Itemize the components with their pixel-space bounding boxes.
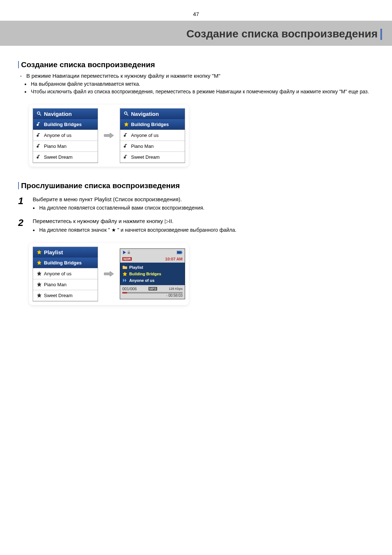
list-item: Building Bridges xyxy=(33,258,98,268)
star-icon xyxy=(124,122,129,127)
list-item-label: Anyone of us xyxy=(44,271,72,276)
svg-rect-6 xyxy=(181,252,182,253)
list-item: Sweet Dream xyxy=(33,152,98,163)
step-main-text: Выберите в меню пункт Playlist (Список в… xyxy=(33,195,374,204)
device-screen-player: NOR 10:07 AM Playlist Building Bridges A… xyxy=(120,248,185,299)
page-title-bar: Создание списка воспроизведения| xyxy=(0,21,392,46)
screen-header: Playlist xyxy=(33,247,98,258)
step-number: 1 xyxy=(18,195,27,212)
player-list-label: Playlist xyxy=(129,265,143,270)
list-item-label: Building Bridges xyxy=(131,122,169,127)
svg-point-2 xyxy=(124,112,127,114)
forward-icon xyxy=(122,278,127,283)
music-note-icon xyxy=(37,154,42,159)
svg-point-0 xyxy=(37,112,40,114)
title-separator: | xyxy=(379,26,383,40)
instruction-text: - В режиме Навигации переместитесь к нуж… xyxy=(24,72,374,80)
list-item-label: Piano Man xyxy=(44,282,66,287)
section-heading-create: Создание списка воспроизведения xyxy=(18,60,374,69)
svg-rect-7 xyxy=(177,251,181,254)
list-item-label: Building Bridges xyxy=(44,122,82,127)
player-track-label: Anyone of us xyxy=(129,278,155,283)
arrow-right-icon xyxy=(103,270,114,278)
step-main-text: Переместитесь к нужному файлу и нажмите … xyxy=(33,217,374,226)
list-item: Piano Man xyxy=(120,141,185,152)
music-note-icon xyxy=(37,133,42,138)
step-number: 2 xyxy=(18,217,27,234)
star-icon xyxy=(122,271,127,276)
music-note-icon xyxy=(37,143,42,149)
list-item: Anyone of us xyxy=(33,268,98,279)
player-bottom-bar: 001/006 MP3 128 Kbps - 00:58:03 xyxy=(120,285,185,299)
list-item: Piano Man xyxy=(33,279,98,290)
music-note-icon xyxy=(124,133,129,138)
play-icon xyxy=(122,250,127,255)
list-item-label: Anyone of us xyxy=(131,133,159,138)
screen-header: Navigation xyxy=(120,109,185,119)
list-item-label: Piano Man xyxy=(131,143,154,149)
time-remaining: - 00:58:03 xyxy=(122,293,183,297)
list-item-label: Anyone of us xyxy=(44,133,72,138)
clock-time: 10:07 AM xyxy=(165,257,183,261)
device-screen-nav-after: Navigation Building Bridges Anyone of us… xyxy=(120,108,185,163)
music-note-icon xyxy=(37,122,42,127)
player-track-next: Anyone of us xyxy=(122,277,183,284)
screen-header-text: Navigation xyxy=(131,111,159,117)
screen-header-text: Navigation xyxy=(44,111,72,117)
music-note-icon xyxy=(124,154,129,159)
svg-rect-4 xyxy=(128,252,130,254)
screens-row-playlist: Playlist Building Bridges Anyone of us P… xyxy=(29,243,189,305)
star-icon xyxy=(37,260,42,265)
list-item-label: Piano Man xyxy=(44,143,66,149)
list-item: Building Bridges xyxy=(120,119,185,130)
player-track-current: Building Bridges xyxy=(122,271,183,277)
progress-bar xyxy=(122,292,183,293)
music-note-icon xyxy=(124,143,129,149)
step-sub-bullet: На дисплее появится значок " ★ " и начне… xyxy=(33,226,374,234)
screen-header-text: Playlist xyxy=(44,249,63,255)
page-title: Создание списка воспроизведения xyxy=(186,28,377,40)
player-list: Playlist Building Bridges Anyone of us xyxy=(120,263,185,285)
magnifier-icon xyxy=(124,111,129,116)
svg-line-1 xyxy=(40,114,41,116)
list-item-label: Sweet Dream xyxy=(131,154,160,160)
list-item: Sweet Dream xyxy=(120,152,185,163)
player-track-label: Building Bridges xyxy=(129,272,161,276)
list-item-label: Sweet Dream xyxy=(44,154,73,160)
format-badge: MP3 xyxy=(148,287,158,291)
bullet-text: Чтобы исключить файл из списка воспроизв… xyxy=(31,88,374,96)
list-item: Building Bridges xyxy=(33,119,98,130)
device-screen-playlist: Playlist Building Bridges Anyone of us P… xyxy=(33,247,98,301)
step-sub-bullet: На дисплее появляется составленный вами … xyxy=(33,204,374,212)
nor-badge: NOR xyxy=(122,257,132,261)
battery-icon xyxy=(177,251,183,255)
list-item: Piano Man xyxy=(33,141,98,152)
star-icon xyxy=(37,293,42,298)
track-counter: 001/006 xyxy=(122,287,137,291)
svg-line-3 xyxy=(127,114,128,116)
list-item-label: Building Bridges xyxy=(44,260,82,266)
page-number: 47 xyxy=(0,0,392,21)
list-item: Anyone of us xyxy=(33,130,98,141)
player-status-bar-2: NOR 10:07 AM xyxy=(120,257,185,263)
lock-icon xyxy=(127,250,131,255)
numbered-step: 1 Выберите в меню пункт Playlist (Список… xyxy=(18,195,374,212)
numbered-step: 2 Переместитесь к нужному файлу и нажмит… xyxy=(18,217,374,234)
screen-header: Navigation xyxy=(33,109,98,119)
magnifier-icon xyxy=(37,111,42,116)
device-screen-nav-before: Navigation Building Bridges Anyone of us… xyxy=(33,108,98,163)
screens-row-navigation: Navigation Building Bridges Anyone of us… xyxy=(29,105,189,167)
arrow-right-icon xyxy=(103,132,114,139)
list-item: Anyone of us xyxy=(120,130,185,141)
star-icon xyxy=(37,250,42,255)
folder-icon xyxy=(122,265,127,270)
instruction-main: В режиме Навигации переместитесь к нужно… xyxy=(26,73,220,79)
player-list-header: Playlist xyxy=(122,264,183,271)
bullet-text: На выбранном файле устанавливается метка… xyxy=(31,80,374,88)
star-icon xyxy=(37,282,42,287)
player-status-bar xyxy=(120,249,185,257)
star-icon xyxy=(37,271,42,276)
list-item: Sweet Dream xyxy=(33,290,98,301)
bitrate-label: 128 Kbps xyxy=(169,287,183,291)
section-heading-listen: Прослушивание списка воспроизведения xyxy=(18,181,374,190)
